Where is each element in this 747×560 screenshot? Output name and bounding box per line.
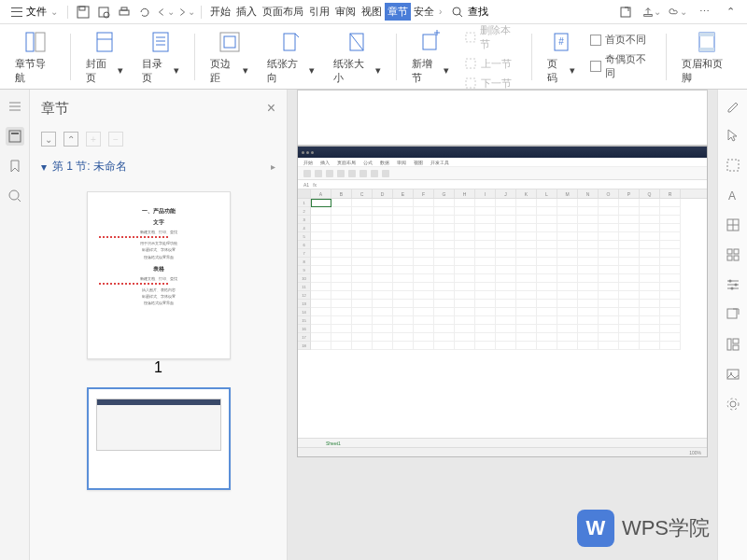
cell[interactable] (640, 300, 660, 308)
cell[interactable] (331, 325, 352, 333)
cell[interactable] (496, 308, 516, 316)
cell[interactable] (496, 342, 516, 350)
sheet-menu-item[interactable]: 视图 (414, 160, 423, 165)
cell[interactable] (640, 342, 660, 350)
delete-section-button[interactable]: 删除本节 (460, 21, 525, 53)
row-header[interactable]: 4 (298, 224, 311, 232)
cloud-icon[interactable]: ⌄ (669, 3, 687, 21)
bookmark-icon[interactable] (6, 157, 24, 175)
cell[interactable] (496, 316, 516, 325)
cell[interactable] (373, 291, 393, 300)
cell[interactable] (619, 342, 640, 350)
cell[interactable] (373, 249, 393, 258)
cell[interactable] (599, 283, 619, 291)
cell[interactable] (434, 216, 455, 224)
cell[interactable] (311, 342, 331, 350)
cell[interactable] (578, 325, 599, 333)
col-header[interactable]: H (455, 189, 475, 198)
cell[interactable] (414, 291, 434, 300)
cell[interactable] (537, 258, 557, 266)
cell[interactable] (373, 199, 393, 207)
cell[interactable] (311, 291, 331, 300)
cell[interactable] (599, 207, 619, 216)
cell[interactable] (331, 308, 352, 316)
cell[interactable] (414, 216, 434, 224)
cell[interactable] (434, 232, 455, 241)
cell[interactable] (578, 283, 599, 291)
formula-bar[interactable]: A1 fx (298, 180, 707, 189)
cover-page-button[interactable]: 封面页▾ (78, 27, 131, 87)
col-header[interactable]: R (660, 189, 681, 198)
cell[interactable] (640, 333, 660, 342)
cell[interactable] (475, 249, 496, 258)
cell[interactable] (557, 283, 578, 291)
cell[interactable] (373, 300, 393, 308)
cell[interactable] (660, 266, 681, 274)
cell[interactable] (414, 266, 434, 274)
cell[interactable] (311, 207, 331, 216)
cell[interactable] (557, 274, 578, 283)
new-section-button[interactable]: 新增节▾ (404, 27, 457, 87)
cell[interactable] (557, 308, 578, 316)
col-header[interactable]: Q (640, 189, 660, 198)
toolbar-icon[interactable] (315, 170, 322, 177)
margin-button[interactable]: 页边距▾ (203, 27, 255, 87)
cell[interactable] (578, 232, 599, 241)
cell[interactable] (393, 266, 414, 274)
cell[interactable] (311, 274, 331, 283)
cell[interactable] (475, 283, 496, 291)
cell[interactable] (393, 333, 414, 342)
cell[interactable] (557, 232, 578, 241)
cell[interactable] (660, 241, 681, 249)
sheet-menu-item[interactable]: 数据 (380, 160, 389, 165)
cell[interactable] (578, 199, 599, 207)
cell[interactable] (475, 224, 496, 232)
cell[interactable] (516, 266, 537, 274)
cell[interactable] (475, 232, 496, 241)
cell[interactable] (455, 308, 475, 316)
collapse-all-icon[interactable]: ⌄ (41, 132, 56, 147)
row-header[interactable]: 7 (298, 249, 311, 258)
cell[interactable] (455, 232, 475, 241)
cell[interactable] (475, 300, 496, 308)
layout-icon[interactable] (725, 336, 741, 353)
cell[interactable] (660, 258, 681, 266)
cell[interactable] (331, 333, 352, 342)
cell[interactable] (578, 216, 599, 224)
col-header[interactable]: B (331, 189, 352, 198)
cell[interactable] (455, 325, 475, 333)
cell[interactable] (640, 266, 660, 274)
toolbar-icon[interactable] (337, 170, 345, 177)
cell[interactable] (352, 199, 373, 207)
cell[interactable] (578, 241, 599, 249)
cell[interactable] (331, 316, 352, 325)
cell[interactable] (619, 266, 640, 274)
cell[interactable] (619, 283, 640, 291)
cell[interactable] (311, 266, 331, 274)
cell[interactable] (414, 274, 434, 283)
cell[interactable] (619, 291, 640, 300)
image-icon[interactable] (725, 366, 741, 383)
cell[interactable] (393, 207, 414, 216)
gear-icon[interactable] (725, 396, 741, 413)
cell[interactable] (660, 199, 681, 207)
row-header[interactable]: 1 (298, 199, 311, 207)
cell[interactable] (373, 241, 393, 249)
cell[interactable] (640, 224, 660, 232)
cell[interactable] (455, 333, 475, 342)
sheet-grid[interactable]: ABCDEFGHIJKLMNOPQR 123456789101112131415… (298, 189, 707, 438)
cell[interactable] (414, 300, 434, 308)
cell[interactable] (599, 258, 619, 266)
cell[interactable] (619, 325, 640, 333)
col-header[interactable]: N (578, 189, 599, 198)
cell[interactable] (393, 342, 414, 350)
toolbar-icon[interactable] (303, 170, 311, 177)
cell[interactable] (640, 325, 660, 333)
cell[interactable] (311, 316, 331, 325)
cell[interactable] (434, 266, 455, 274)
cell[interactable] (434, 199, 455, 207)
diff-odd-even-checkbox[interactable]: 奇偶页不同 (586, 50, 658, 82)
cell[interactable] (414, 342, 434, 350)
cell[interactable] (496, 199, 516, 207)
cell[interactable] (414, 333, 434, 342)
